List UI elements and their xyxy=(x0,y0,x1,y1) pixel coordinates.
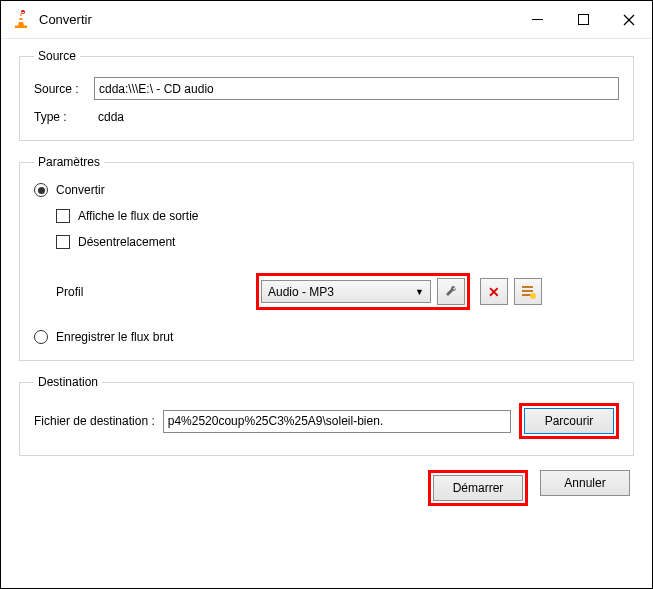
checkbox-icon xyxy=(56,235,70,249)
dest-group: Destination Fichier de destination : Par… xyxy=(19,375,634,456)
chevron-down-icon: ▼ xyxy=(415,287,424,297)
deinterlace-label: Désentrelacement xyxy=(78,235,175,249)
radio-icon xyxy=(34,330,48,344)
new-list-icon xyxy=(521,284,536,299)
close-button[interactable] xyxy=(606,1,652,39)
dest-legend: Destination xyxy=(34,375,102,389)
delete-profile-button[interactable]: ✕ xyxy=(480,278,508,305)
type-value: cdda xyxy=(98,110,124,124)
svg-rect-1 xyxy=(19,16,23,18)
source-label: Source : xyxy=(34,82,94,96)
source-legend: Source xyxy=(34,49,80,63)
profile-value: Audio - MP3 xyxy=(268,285,334,299)
convert-radio-label: Convertir xyxy=(56,183,105,197)
raw-radio-row[interactable]: Enregistrer le flux brut xyxy=(34,330,619,344)
svg-rect-3 xyxy=(15,25,27,28)
convert-radio-row[interactable]: Convertir xyxy=(34,183,619,197)
highlight-browse: Parcourir xyxy=(519,403,619,439)
wrench-icon xyxy=(444,284,459,299)
checkbox-icon xyxy=(56,209,70,223)
x-icon: ✕ xyxy=(488,284,500,300)
source-input[interactable] xyxy=(94,77,619,100)
window-title: Convertir xyxy=(39,12,514,27)
svg-rect-2 xyxy=(18,20,24,22)
params-group: Paramètres Convertir Affiche le flux de … xyxy=(19,155,634,361)
svg-point-13 xyxy=(530,293,536,299)
deinterlace-check-row[interactable]: Désentrelacement xyxy=(56,235,619,249)
start-button[interactable]: Démarrer xyxy=(433,475,523,501)
svg-rect-7 xyxy=(578,15,588,25)
source-group: Source Source : Type : cdda xyxy=(19,49,634,141)
profile-label: Profil xyxy=(56,285,256,299)
radio-icon xyxy=(34,183,48,197)
edit-profile-button[interactable] xyxy=(437,278,465,305)
svg-rect-11 xyxy=(522,290,533,292)
maximize-button[interactable] xyxy=(560,1,606,39)
dest-label: Fichier de destination : xyxy=(34,414,155,428)
highlight-profile: Audio - MP3 ▼ xyxy=(256,273,470,310)
highlight-start: Démarrer xyxy=(428,470,528,506)
raw-radio-label: Enregistrer le flux brut xyxy=(56,330,173,344)
svg-rect-5 xyxy=(22,12,24,13)
svg-rect-10 xyxy=(522,286,533,288)
profile-combo[interactable]: Audio - MP3 ▼ xyxy=(261,280,431,303)
svg-marker-0 xyxy=(18,12,24,26)
params-legend: Paramètres xyxy=(34,155,104,169)
cancel-button[interactable]: Annuler xyxy=(540,470,630,496)
content-area: Source Source : Type : cdda Paramètres C… xyxy=(1,39,652,518)
titlebar: Convertir xyxy=(1,1,652,39)
show-output-label: Affiche le flux de sortie xyxy=(78,209,199,223)
vlc-cone-icon xyxy=(11,10,31,30)
browse-button[interactable]: Parcourir xyxy=(524,408,614,434)
dest-input[interactable] xyxy=(163,410,511,433)
new-profile-button[interactable] xyxy=(514,278,542,305)
show-output-check-row[interactable]: Affiche le flux de sortie xyxy=(56,209,619,223)
type-label: Type : xyxy=(34,110,94,124)
footer-buttons: Démarrer Annuler xyxy=(19,470,634,506)
minimize-button[interactable] xyxy=(514,1,560,39)
